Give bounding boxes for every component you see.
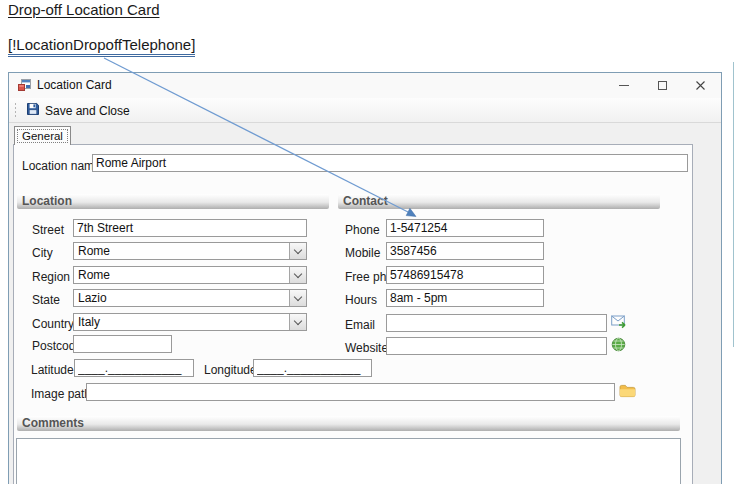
location-card-window: Location Card bbox=[8, 72, 722, 484]
comments-group-header: Comments bbox=[17, 416, 680, 431]
send-email-icon[interactable] bbox=[611, 315, 628, 330]
postcode-input[interactable] bbox=[73, 335, 172, 353]
latitude-input[interactable] bbox=[74, 359, 194, 377]
hours-input[interactable] bbox=[386, 289, 544, 307]
background-window-edge bbox=[733, 62, 734, 347]
mobile-label: Mobile bbox=[345, 246, 380, 260]
country-combobox[interactable]: Italy bbox=[73, 313, 307, 331]
street-label: Street bbox=[32, 223, 64, 237]
country-dropdown-button[interactable] bbox=[289, 314, 306, 330]
chevron-down-icon bbox=[294, 316, 302, 324]
country-label: Country bbox=[32, 317, 74, 331]
form-window-icon bbox=[17, 78, 31, 92]
mobile-input[interactable] bbox=[386, 242, 544, 260]
tab-general[interactable]: General bbox=[14, 126, 71, 145]
city-dropdown-button[interactable] bbox=[289, 243, 306, 259]
maximize-button[interactable] bbox=[643, 73, 681, 98]
screenshot-canvas: Drop-off Location Card [!LocationDropoff… bbox=[0, 0, 735, 484]
form-area: General Location name: Location Contact … bbox=[9, 123, 721, 484]
website-input[interactable] bbox=[386, 337, 607, 355]
doc-field-code: [!LocationDropoffTelephone] bbox=[8, 36, 195, 57]
longitude-input[interactable] bbox=[253, 359, 372, 377]
state-value: Lazio bbox=[78, 291, 107, 305]
toolbar: Save and Close bbox=[9, 98, 721, 123]
location-name-input[interactable] bbox=[92, 154, 688, 172]
tab-page-general: Location name: Location Contact Street C… bbox=[13, 144, 693, 484]
close-button[interactable] bbox=[681, 73, 719, 98]
phone-input[interactable] bbox=[386, 219, 544, 237]
minimize-button[interactable] bbox=[605, 73, 643, 98]
save-icon bbox=[26, 102, 40, 119]
folder-icon[interactable] bbox=[619, 384, 636, 399]
window-titlebar[interactable]: Location Card bbox=[9, 73, 721, 98]
region-value: Rome bbox=[78, 268, 110, 282]
window-controls bbox=[605, 73, 719, 98]
image-path-input[interactable] bbox=[86, 383, 615, 401]
location-group-header: Location bbox=[17, 194, 329, 209]
contact-group-header: Contact bbox=[338, 194, 660, 209]
location-group-title: Location bbox=[22, 194, 72, 208]
contact-group-title: Contact bbox=[343, 194, 388, 208]
save-and-close-button[interactable]: Save and Close bbox=[21, 100, 135, 121]
longitude-label: Longitude bbox=[204, 363, 257, 377]
city-combobox[interactable]: Rome bbox=[73, 242, 307, 260]
state-label: State bbox=[32, 293, 60, 307]
email-label: Email bbox=[345, 318, 375, 332]
window-title: Location Card bbox=[37, 73, 112, 98]
chevron-down-icon bbox=[294, 292, 302, 300]
toolbar-grip[interactable] bbox=[14, 102, 17, 118]
latitude-label: Latitude bbox=[31, 363, 74, 377]
website-label: Website bbox=[345, 341, 388, 355]
minimize-icon bbox=[619, 85, 629, 86]
free-ph-label: Free ph bbox=[345, 270, 386, 284]
image-path-label: Image path bbox=[31, 387, 91, 401]
region-label: Region bbox=[32, 270, 70, 284]
chevron-down-icon bbox=[294, 245, 302, 253]
chevron-down-icon bbox=[294, 269, 302, 277]
save-and-close-label: Save and Close bbox=[45, 104, 130, 118]
tab-general-label: General bbox=[22, 130, 63, 142]
state-dropdown-button[interactable] bbox=[289, 290, 306, 306]
doc-heading: Drop-off Location Card bbox=[8, 0, 159, 20]
city-value: Rome bbox=[78, 244, 110, 258]
country-value: Italy bbox=[78, 315, 100, 329]
email-input[interactable] bbox=[386, 314, 607, 332]
comments-textarea[interactable] bbox=[16, 438, 681, 484]
region-combobox[interactable]: Rome bbox=[73, 266, 307, 284]
globe-icon[interactable] bbox=[611, 337, 628, 352]
comments-group-title: Comments bbox=[22, 416, 84, 430]
phone-label: Phone bbox=[345, 223, 380, 237]
city-label: City bbox=[32, 246, 53, 260]
hours-label: Hours bbox=[345, 293, 377, 307]
state-combobox[interactable]: Lazio bbox=[73, 289, 307, 307]
maximize-icon bbox=[658, 81, 667, 90]
region-dropdown-button[interactable] bbox=[289, 267, 306, 283]
free-ph-input[interactable] bbox=[386, 266, 544, 284]
close-icon bbox=[695, 80, 706, 91]
street-input[interactable] bbox=[73, 219, 307, 237]
